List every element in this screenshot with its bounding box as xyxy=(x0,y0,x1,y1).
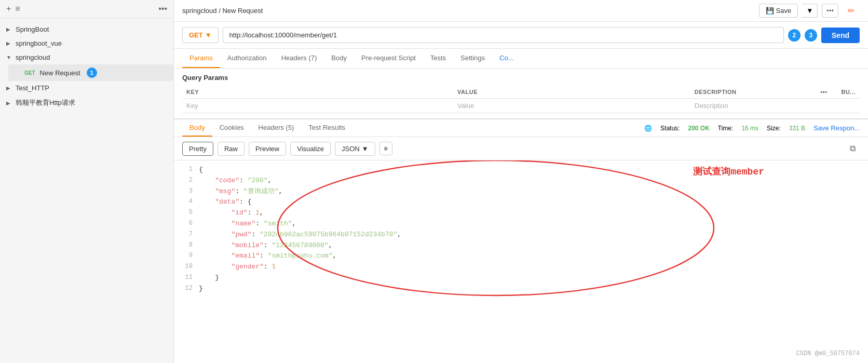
response-tab-test-results[interactable]: Test Results xyxy=(301,119,352,137)
json-chevron-icon: ▼ xyxy=(362,145,369,153)
code-line: 11 } xyxy=(174,273,868,284)
sidebar: + ≡ ••• ▶ SpringBoot ▶ springboot_vue ▼ … xyxy=(0,0,174,363)
save-dropdown-button[interactable]: ▼ xyxy=(802,4,818,18)
method-select[interactable]: GET ▼ xyxy=(182,27,219,43)
add-icon[interactable]: + xyxy=(6,4,11,14)
key-cell[interactable]: Key xyxy=(182,99,453,113)
tab-params[interactable]: Params xyxy=(182,49,220,68)
format-preview-button[interactable]: Preview xyxy=(249,142,286,156)
edit-button[interactable]: ✏ xyxy=(843,3,860,18)
watermark-text: CSDN @m0_59757074 xyxy=(796,349,860,359)
tab-cookies-cut[interactable]: Co... xyxy=(492,49,521,68)
response-meta: 🌐 Status: 200 OK Time: 16 ms Size: 331 B… xyxy=(644,124,860,132)
chevron-right-icon: ▶ xyxy=(6,26,12,32)
sidebar-header: + ≡ ••• xyxy=(0,0,173,18)
params-table: KEY VALUE DESCRIPTION ••• Bu... Key Valu… xyxy=(182,86,860,113)
json-format-select[interactable]: JSON ▼ xyxy=(335,142,375,156)
actions-column-header: ••• xyxy=(816,86,837,99)
status-label: Status: xyxy=(660,125,680,132)
breadcrumb-part1: springcloud xyxy=(182,7,217,15)
step-badge-3: 3 xyxy=(805,29,817,42)
format-visualize-button[interactable]: Visualize xyxy=(290,142,331,156)
time-label: Time: xyxy=(718,125,734,132)
description-column-header: DESCRIPTION xyxy=(690,86,817,99)
value-cell[interactable]: Value xyxy=(453,99,690,113)
format-pretty-button[interactable]: Pretty xyxy=(182,142,213,156)
tab-headers[interactable]: Headers (7) xyxy=(274,49,324,68)
menu-icon[interactable]: ≡ xyxy=(15,4,20,14)
send-button[interactable]: Send xyxy=(821,28,860,43)
method-chevron-icon: ▼ xyxy=(205,31,212,39)
sidebar-item-label: SpringBoot xyxy=(16,25,49,33)
wrap-button[interactable]: ≡ xyxy=(379,142,392,155)
sidebar-item-new-request[interactable]: GET New Request 1 xyxy=(8,64,173,81)
sidebar-tree: ▶ SpringBoot ▶ springboot_vue ▼ springcl… xyxy=(0,18,173,363)
method-label: GET xyxy=(189,31,203,39)
globe-icon: 🌐 xyxy=(644,125,652,132)
sidebar-item-label: 韩顺平教育Http请求 xyxy=(16,98,75,107)
time-value: 16 ms xyxy=(741,125,758,132)
response-tab-headers[interactable]: Headers (5) xyxy=(251,119,302,137)
chevron-right-icon: ▶ xyxy=(6,41,12,46)
tab-tests[interactable]: Tests xyxy=(423,49,453,68)
sidebar-item-hanshunping[interactable]: ▶ 韩顺平教育Http请求 xyxy=(0,95,173,111)
sidebar-item-test-http[interactable]: ▶ Test_HTTP xyxy=(0,81,173,95)
sidebar-item-springcloud[interactable]: ▼ springcloud xyxy=(0,50,173,64)
tab-body[interactable]: Body xyxy=(324,49,354,68)
more-icon[interactable]: ••• xyxy=(158,4,167,14)
table-row: Key Value Description xyxy=(182,99,860,113)
code-line: 9 "email": "smith@sohu.com", xyxy=(174,251,868,262)
tab-settings[interactable]: Settings xyxy=(453,49,492,68)
chevron-right-icon: ▶ xyxy=(6,100,12,106)
response-section: Body Cookies Headers (5) Test Results 🌐 … xyxy=(174,118,868,363)
format-raw-button[interactable]: Raw xyxy=(218,142,245,156)
save-disk-icon: 💾 xyxy=(766,7,774,15)
size-value: 331 B xyxy=(789,125,805,132)
description-cell[interactable]: Description xyxy=(690,99,817,113)
response-tabs: Body Cookies Headers (5) Test Results xyxy=(182,119,352,137)
topbar: springcloud / New Request 💾 Save ▼ ••• ✏ xyxy=(174,0,868,22)
sidebar-item-label: New Request xyxy=(40,69,80,77)
code-line: 1 { xyxy=(174,165,868,176)
sidebar-item-springboot-vue[interactable]: ▶ springboot_vue xyxy=(0,36,173,50)
breadcrumb-separator: / xyxy=(219,7,221,15)
url-input[interactable] xyxy=(223,27,784,43)
actions-cell xyxy=(816,99,837,113)
tab-authorization[interactable]: Authorization xyxy=(220,49,274,68)
more-options-button[interactable]: ••• xyxy=(822,4,838,18)
sidebar-item-label: Test_HTTP xyxy=(16,84,49,92)
sidebar-header-left: + ≡ xyxy=(6,4,20,14)
step-badge-1: 1 xyxy=(87,68,97,78)
topbar-actions: 💾 Save ▼ ••• ✏ xyxy=(759,3,860,18)
code-line: 7 "pwd": "202cb962ac59075b964b07152d234b… xyxy=(174,230,868,240)
main-area: springcloud / New Request 💾 Save ▼ ••• ✏… xyxy=(174,0,868,363)
save-response-button[interactable]: Save Respon... xyxy=(813,124,860,132)
key-column-header: KEY xyxy=(182,86,453,99)
value-column-header: VALUE xyxy=(453,86,690,99)
code-line: 4 "data": { xyxy=(174,197,868,208)
code-line: 3 "msg": "查询成功", xyxy=(174,186,868,197)
code-line: 10 "gender": 1 xyxy=(174,262,868,273)
sidebar-item-springboot[interactable]: ▶ SpringBoot xyxy=(0,22,173,36)
sidebar-item-label: springcloud xyxy=(16,53,50,61)
step-badge-2: 2 xyxy=(788,29,801,42)
tab-pre-request[interactable]: Pre-request Script xyxy=(354,49,423,68)
chevron-right-icon: ▶ xyxy=(6,85,12,91)
code-line: 8 "mobile": "123456789000", xyxy=(174,240,868,251)
response-tab-cookies[interactable]: Cookies xyxy=(212,119,251,137)
response-tab-body[interactable]: Body xyxy=(182,119,212,137)
copy-button[interactable]: ⧉ xyxy=(846,141,860,156)
size-label: Size: xyxy=(767,125,781,132)
query-params-section: Query Params KEY VALUE DESCRIPTION ••• B… xyxy=(174,69,868,118)
bulk-column-header: Bu... xyxy=(837,86,860,99)
url-bar: GET ▼ 2 3 Send xyxy=(174,22,868,49)
bulk-cell xyxy=(837,99,860,113)
json-label: JSON xyxy=(342,145,360,153)
code-line: 6 "name": "smith", xyxy=(174,219,868,230)
save-label: Save xyxy=(776,7,792,15)
code-area: 测试查询member 1 { 2 "code": "200", 3 "msg":… xyxy=(174,160,868,363)
code-line: 2 "code": "200", xyxy=(174,176,868,186)
sidebar-tree-children: GET New Request 1 xyxy=(0,64,173,81)
save-button[interactable]: 💾 Save xyxy=(759,4,798,18)
get-method-badge: GET xyxy=(23,70,37,76)
